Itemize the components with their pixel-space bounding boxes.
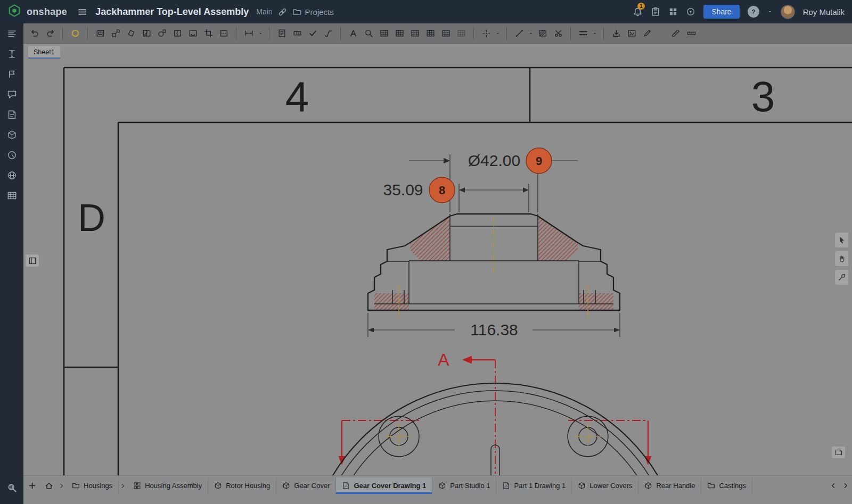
balloon-9[interactable]: 9 xyxy=(526,148,552,173)
export-dxf-button[interactable] xyxy=(609,26,623,41)
scroll-tabs-left-icon[interactable] xyxy=(826,477,839,494)
document-title[interactable]: Jackhammer Top-Level Assembly xyxy=(95,6,249,18)
zone-column-4: 4 xyxy=(285,73,309,120)
tab-rotor-housing[interactable]: Rotor Housing xyxy=(208,477,276,494)
breadcrumb[interactable]: Projects xyxy=(292,7,334,16)
sketch-button[interactable] xyxy=(640,26,654,41)
add-tab-button[interactable] xyxy=(23,477,40,494)
trim-button[interactable] xyxy=(551,26,565,41)
dimension-diameter-text[interactable]: Ø42.00 xyxy=(468,152,520,169)
toolbar-separator xyxy=(269,27,269,40)
app-grid-icon[interactable] xyxy=(668,7,678,16)
projected-view-button[interactable] xyxy=(109,26,122,41)
broken-view-button[interactable] xyxy=(170,26,184,41)
tab-gear-cover-drawing-1[interactable]: Gear Cover Drawing 1 xyxy=(336,477,432,494)
redo-button[interactable] xyxy=(43,26,57,41)
bom-table-button[interactable] xyxy=(408,26,422,41)
measure-button[interactable] xyxy=(684,26,698,41)
dimension-width-text[interactable]: 35.09 xyxy=(383,181,423,199)
user-name: Roy Mutalik xyxy=(803,7,845,16)
hole-table-button[interactable] xyxy=(392,26,406,41)
centerline-button[interactable] xyxy=(479,26,493,41)
section-label[interactable]: A xyxy=(438,350,449,369)
onshape-logo-icon[interactable] xyxy=(7,4,21,20)
tab-home-button[interactable] xyxy=(40,477,58,494)
section-line-a[interactable]: A xyxy=(339,350,652,474)
tab-part-1-drawing-1[interactable]: Part 1 Drawing 1 xyxy=(496,477,572,494)
surface-finish-button[interactable] xyxy=(321,26,335,41)
dimension-check-button[interactable] xyxy=(669,26,683,41)
section-view-geometry[interactable] xyxy=(368,214,620,320)
zone-column-3: 3 xyxy=(751,73,775,120)
help-icon[interactable] xyxy=(748,6,759,18)
sheet-tab[interactable]: Sheet1 xyxy=(28,46,60,59)
datum-button[interactable] xyxy=(306,26,320,41)
settings-wrench-icon[interactable] xyxy=(834,269,849,285)
section-view-button[interactable] xyxy=(140,26,153,41)
sheet-settings-icon[interactable] xyxy=(831,446,846,459)
tab-housing-assembly[interactable]: Housing Assembly xyxy=(127,477,208,494)
notifications-bell-icon[interactable]: 1 xyxy=(633,7,643,17)
line-button[interactable] xyxy=(512,26,526,41)
geometric-tolerance-button[interactable] xyxy=(290,26,304,41)
scroll-tabs-right-icon[interactable] xyxy=(839,477,852,494)
table-button[interactable] xyxy=(377,26,391,41)
dimensions-panel-icon[interactable] xyxy=(3,45,21,63)
line-style-caret-icon[interactable] xyxy=(592,26,598,41)
tab-gear-cover[interactable]: Gear Cover xyxy=(276,477,336,494)
tab-rear-handle[interactable]: Rear Handle xyxy=(638,477,701,494)
crop-view-button[interactable] xyxy=(201,26,215,41)
show-hidden-lines-button[interactable] xyxy=(217,26,231,41)
undo-button[interactable] xyxy=(28,26,42,41)
centerline-caret-icon[interactable] xyxy=(495,26,501,41)
tab-part-studio-1[interactable]: Part Studio 1 xyxy=(432,477,496,494)
user-avatar[interactable] xyxy=(781,5,795,19)
revision-table-button[interactable] xyxy=(423,26,437,41)
zoom-window-button[interactable] xyxy=(362,26,375,41)
line-style-button[interactable] xyxy=(576,26,590,41)
history-panel-icon[interactable] xyxy=(3,146,21,164)
onshape-wordmark: onshape xyxy=(27,6,67,18)
auxiliary-view-button[interactable] xyxy=(124,26,138,41)
line-caret-icon[interactable] xyxy=(528,26,534,41)
detail-view-button[interactable] xyxy=(155,26,169,41)
text-tool-button[interactable] xyxy=(346,26,360,41)
outline-panel-icon[interactable] xyxy=(3,24,21,43)
drawing-canvas[interactable]: 4 3 D Ø42.00 35.09 xyxy=(23,44,852,475)
dimension-button[interactable] xyxy=(242,26,256,41)
select-tool-icon[interactable] xyxy=(834,232,849,248)
weld-table-button[interactable] xyxy=(439,26,453,41)
tables-panel-icon[interactable] xyxy=(3,186,21,204)
dimension-overall[interactable]: 116.38 xyxy=(368,313,620,338)
balloon-8[interactable]: 8 xyxy=(429,177,455,203)
hamburger-menu-icon[interactable] xyxy=(78,7,87,16)
pan-tool-icon[interactable] xyxy=(834,251,849,267)
hatch-button[interactable] xyxy=(536,26,550,41)
insert-image-button[interactable] xyxy=(625,26,638,41)
link-icon[interactable] xyxy=(278,7,287,16)
tasks-icon[interactable] xyxy=(651,7,660,16)
pages-panel-toggle-icon[interactable] xyxy=(25,254,39,267)
workspace-label[interactable]: Main xyxy=(256,7,272,16)
insert-view-button[interactable] xyxy=(93,26,107,41)
left-panel-rail xyxy=(0,23,23,504)
top-bar: onshape Jackhammer Top-Level Assembly Ma… xyxy=(0,0,852,23)
help-caret-icon[interactable] xyxy=(767,9,773,14)
zoom-tools-icon[interactable] xyxy=(3,478,21,497)
notes-panel-icon[interactable] xyxy=(3,105,21,123)
learning-center-icon[interactable] xyxy=(686,7,695,16)
styles-panel-icon[interactable] xyxy=(3,65,21,83)
tab-lower-covers[interactable]: Lower Covers xyxy=(572,477,638,494)
dimension-caret-icon[interactable] xyxy=(257,26,264,41)
tab-housings[interactable]: Housings xyxy=(66,477,119,494)
dimension-width[interactable]: 35.09 xyxy=(383,181,529,212)
share-button[interactable]: Share xyxy=(703,5,739,19)
explore-panel-icon[interactable] xyxy=(3,166,21,184)
broken-out-section-view-button[interactable] xyxy=(186,26,200,41)
tab-castings[interactable]: Castings xyxy=(701,477,752,494)
comments-panel-icon[interactable] xyxy=(3,85,21,103)
parts-panel-icon[interactable] xyxy=(3,126,21,144)
note-button[interactable] xyxy=(275,26,289,41)
dimension-overall-text[interactable]: 116.38 xyxy=(470,321,518,338)
current-tool-indicator-icon[interactable] xyxy=(68,26,82,41)
